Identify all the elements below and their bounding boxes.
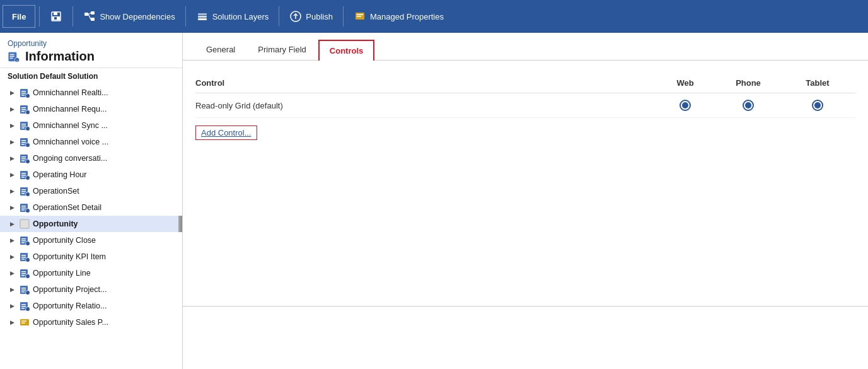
solution-layers-button[interactable]: Solution Layers [190,5,275,28]
svg-point-47 [26,160,30,164]
svg-rect-44 [21,156,26,158]
header-phone: Phone [717,78,780,88]
svg-point-73 [26,258,30,262]
toolbar: File Show Dependencies [0,0,868,33]
content-body: Control Web Phone Tablet Read-only Grid … [183,61,868,369]
sidebar-item-operating-hour[interactable]: ▶ Operating Hour [0,167,182,183]
svg-rect-19 [10,56,14,56]
svg-rect-85 [21,304,26,305]
svg-rect-65 [21,238,26,240]
svg-point-83 [26,291,30,295]
entity-list-icon [19,202,30,213]
svg-rect-36 [21,127,25,129]
publish-icon [289,10,302,23]
web-radio-inner [682,102,688,108]
svg-line-7 [88,13,91,15]
svg-rect-25 [21,93,26,94]
entity-list-icon [19,218,30,230]
show-dependencies-label: Show Dependencies [100,12,175,21]
tab-controls[interactable]: Controls [318,40,374,61]
phone-radio[interactable] [717,100,780,111]
phone-radio-circle [743,100,754,111]
tab-primary-field[interactable]: Primary Field [247,39,317,60]
web-radio[interactable] [654,100,717,111]
svg-rect-18 [10,54,14,54]
svg-rect-35 [21,126,26,127]
svg-rect-46 [21,160,25,161]
svg-rect-59 [21,206,26,207]
sidebar-item-opportunity-sales-p[interactable]: ▶ Opportunity Sales P... [0,314,182,331]
separator-1 [39,6,40,26]
svg-rect-26 [21,95,25,96]
managed-properties-button[interactable]: Managed Properties [347,5,450,28]
sidebar-item-omnichannel-sync[interactable]: ▶ Omnichannel Sync ... [0,117,182,134]
tab-general[interactable]: General [195,39,246,60]
svg-rect-55 [21,191,26,192]
sidebar-item-label: Opportunity Line [33,269,175,278]
tablet-radio-inner [814,102,821,108]
entity-list-icon [19,120,30,131]
sidebar-item-label: Opportunity Project... [33,285,175,294]
sidebar-item-opportunity-close[interactable]: ▶ Opportunity Close [0,232,182,249]
show-dependencies-button[interactable]: Show Dependencies [77,5,181,28]
separator-2 [72,6,73,26]
sidebar-item-opportunity-kpi-item[interactable]: ▶ Opportunity KPI Item [0,249,182,265]
svg-rect-81 [21,290,26,291]
chevron-icon: ▶ [8,121,16,130]
add-control-button[interactable]: Add Control... [195,126,257,140]
svg-rect-63 [20,220,29,228]
sidebar-item-operation-set[interactable]: ▶ OperationSet [0,183,182,199]
dependencies-icon [83,10,96,23]
publish-label: Publish [306,12,333,21]
content-area: General Primary Field Controls Control W… [183,33,868,369]
controls-header-row: Control Web Phone Tablet [195,73,855,93]
sidebar-list: ▶ Omnichannel Realti...▶ Omnichannel Req… [0,85,182,369]
svg-point-27 [26,94,30,98]
tablet-radio[interactable] [780,100,855,111]
svg-rect-86 [21,306,26,307]
file-button[interactable]: File [3,5,35,28]
sidebar-item-ongoing-conversati[interactable]: ▶ Ongoing conversati... [0,150,182,167]
save-button[interactable] [43,5,69,28]
header-tablet: Tablet [780,78,855,88]
phone-radio-inner [745,102,751,108]
resize-handle[interactable] [178,216,182,232]
svg-rect-29 [21,107,26,108]
svg-rect-31 [21,111,25,112]
sidebar-section-label: Solution Default Solution [0,68,182,85]
svg-rect-70 [21,255,26,256]
sidebar-item-opportunity-relatio[interactable]: ▶ Opportunity Relatio... [0,298,182,314]
sidebar-item-opportunity-project[interactable]: ▶ Opportunity Project... [0,281,182,298]
separator-3 [185,6,186,26]
sidebar-item-opportunity-line[interactable]: ▶ Opportunity Line [0,265,182,281]
sidebar-item-omnichannel-requ[interactable]: ▶ Omnichannel Requ... [0,101,182,117]
svg-point-32 [26,110,30,115]
sidebar-item-opportunity[interactable]: ▶ Opportunity [0,216,182,232]
sidebar-item-operation-set-detail[interactable]: ▶ OperationSet Detail [0,199,182,216]
svg-rect-5 [91,11,95,15]
chevron-icon: ▶ [8,252,16,261]
table-row: Read-only Grid (default) [195,93,855,118]
svg-rect-49 [21,173,26,174]
sidebar-item-omnichannel-realt[interactable]: ▶ Omnichannel Realti... [0,85,182,101]
svg-rect-91 [21,322,25,324]
sidebar-item-label: Omnichannel Realti... [33,88,175,97]
entity-list-icon [19,235,30,246]
svg-rect-90 [21,320,26,322]
sidebar-item-label: Ongoing conversati... [33,154,175,163]
breadcrumb[interactable]: Opportunity [8,39,175,48]
svg-rect-61 [21,209,25,211]
publish-button[interactable]: Publish [283,5,339,28]
sidebar: Opportunity i Information Solution Defau… [0,33,183,369]
sidebar-item-label: OperationSet Detail [33,203,175,212]
entity-list-icon [19,153,30,164]
entity-list-icon [19,185,30,197]
sidebar-item-omnichannel-voice[interactable]: ▶ Omnichannel voice ... [0,134,182,150]
svg-rect-1 [54,12,57,15]
svg-point-52 [26,176,30,180]
entity-icon: i [8,50,20,63]
chevron-icon: ▶ [8,269,16,278]
main-layout: Opportunity i Information Solution Defau… [0,33,868,369]
header-control: Control [195,78,654,88]
chevron-icon: ▶ [8,154,16,163]
